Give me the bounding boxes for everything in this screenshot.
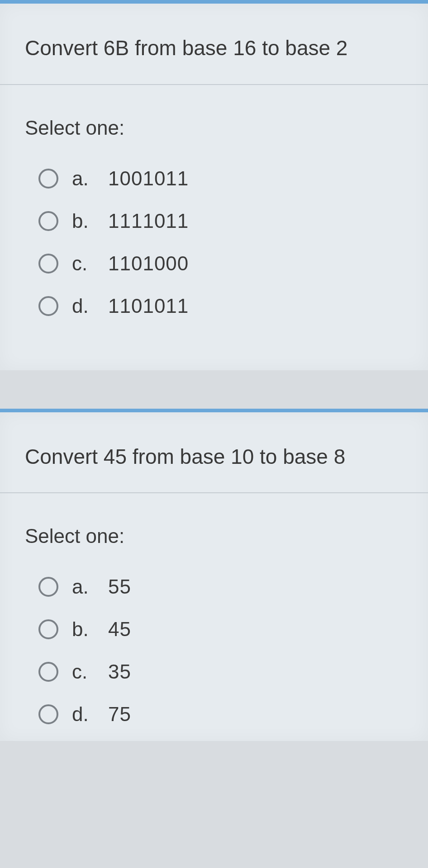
radio-icon[interactable] (38, 619, 58, 639)
option-letter: a. (72, 576, 108, 598)
option-d[interactable]: d. 75 (25, 693, 403, 736)
radio-icon[interactable] (38, 296, 58, 316)
option-value: 1101000 (108, 252, 189, 275)
option-letter: c. (72, 252, 108, 275)
option-letter: d. (72, 703, 108, 726)
option-value: 1101011 (108, 295, 189, 317)
option-value: 45 (108, 618, 131, 641)
option-value: 1001011 (108, 167, 189, 190)
question-card-1: Convert 6B from base 16 to base 2 Select… (0, 0, 428, 370)
question-title: Convert 6B from base 16 to base 2 (0, 4, 428, 85)
option-d[interactable]: d. 1101011 (25, 285, 403, 327)
option-b[interactable]: b. 45 (25, 608, 403, 651)
option-value: 35 (108, 660, 131, 683)
option-c[interactable]: c. 1101000 (25, 242, 403, 285)
radio-icon[interactable] (38, 577, 58, 597)
option-b[interactable]: b. 1111011 (25, 200, 403, 242)
option-letter: b. (72, 618, 108, 641)
question-body: Select one: a. 55 b. 45 c. 35 d. 75 (0, 493, 428, 741)
quiz-page: Convert 6B from base 16 to base 2 Select… (0, 0, 428, 868)
select-one-label: Select one: (25, 525, 403, 547)
radio-icon[interactable] (38, 254, 58, 274)
question-title: Convert 45 from base 10 to base 8 (0, 412, 428, 494)
radio-icon[interactable] (38, 662, 58, 682)
option-a[interactable]: a. 1001011 (25, 157, 403, 200)
option-letter: d. (72, 295, 108, 317)
option-letter: b. (72, 210, 108, 232)
option-value: 75 (108, 703, 131, 726)
radio-icon[interactable] (38, 704, 58, 724)
option-value: 55 (108, 576, 131, 598)
question-card-2: Convert 45 from base 10 to base 8 Select… (0, 409, 428, 741)
radio-icon[interactable] (38, 169, 58, 189)
option-value: 1111011 (108, 210, 189, 232)
option-c[interactable]: c. 35 (25, 651, 403, 693)
option-a[interactable]: a. 55 (25, 566, 403, 608)
select-one-label: Select one: (25, 117, 403, 139)
option-letter: a. (72, 167, 108, 190)
question-body: Select one: a. 1001011 b. 1111011 c. 110… (0, 85, 428, 370)
option-letter: c. (72, 660, 108, 683)
radio-icon[interactable] (38, 211, 58, 231)
